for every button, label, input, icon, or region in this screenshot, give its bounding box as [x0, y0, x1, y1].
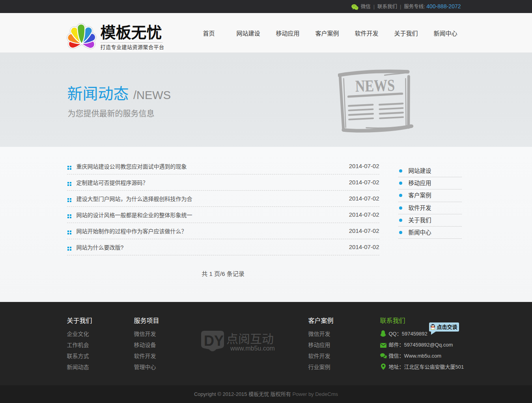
- svg-text:DY: DY: [204, 333, 224, 349]
- svg-text:点阅互动: 点阅互动: [226, 332, 274, 345]
- svg-text:www.mb5u.com: www.mb5u.com: [230, 345, 275, 352]
- svg-text:NEWS: NEWS: [355, 76, 395, 96]
